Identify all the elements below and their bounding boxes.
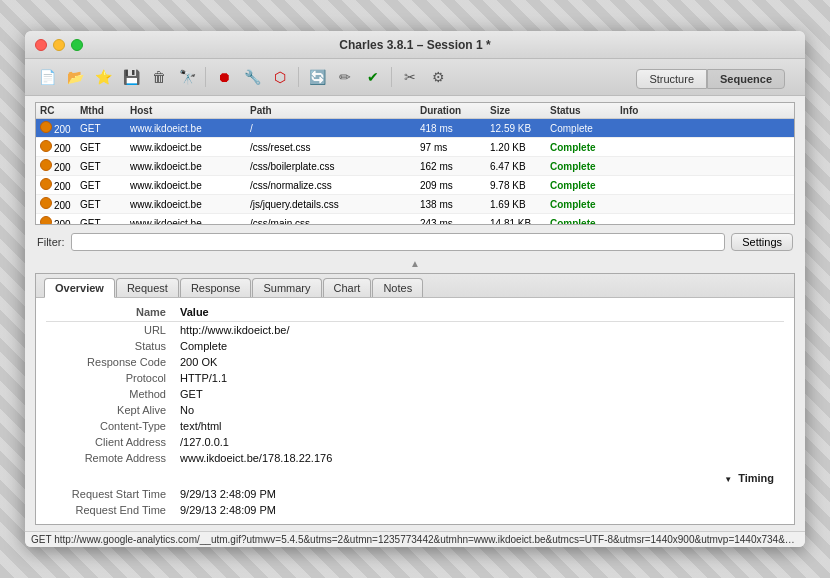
field-value: 200 OK [176, 354, 784, 370]
settings-icon[interactable]: ⚙ [426, 65, 450, 89]
scissors-icon[interactable]: ✂ [398, 65, 422, 89]
cell-status: Complete [550, 123, 620, 134]
cell-duration: 138 ms [420, 199, 490, 210]
new-icon[interactable]: 📄 [35, 65, 59, 89]
open-icon[interactable]: 📂 [63, 65, 87, 89]
col-duration: Duration [420, 105, 490, 116]
star-icon[interactable]: ⭐ [91, 65, 115, 89]
timing-header: ▼ Timing [46, 466, 784, 486]
cell-host: www.ikdoeict.be [130, 218, 250, 225]
cell-rc: 200 [40, 140, 80, 154]
table-header: RC Mthd Host Path Duration Size Status I… [36, 103, 794, 119]
overview-col-header: Name Value [46, 304, 784, 322]
overview-row: Protocol HTTP/1.1 [46, 370, 784, 386]
cell-status: Complete [550, 199, 620, 210]
cell-host: www.ikdoeict.be [130, 123, 250, 134]
tab-response[interactable]: Response [180, 278, 252, 297]
tab-chart[interactable]: Chart [323, 278, 372, 297]
timing-row: Request End Time 9/29/13 2:48:09 PM [46, 502, 784, 518]
cell-status: Complete [550, 218, 620, 225]
cell-duration: 243 ms [420, 218, 490, 225]
main-window: Charles 3.8.1 – Session 1 * 📄 📂 ⭐ 💾 🗑 🔭 … [25, 31, 805, 547]
table-row[interactable]: 200 GET www.ikdoeict.be / 418 ms 12.59 K… [36, 119, 794, 138]
timing-field-value: 9/29/13 2:48:09 PM [176, 502, 784, 518]
table-row[interactable]: 200 GET www.ikdoeict.be /css/normalize.c… [36, 176, 794, 195]
fullscreen-button[interactable] [71, 39, 83, 51]
cell-rc: 200 [40, 159, 80, 173]
cell-host: www.ikdoeict.be [130, 180, 250, 191]
edit-icon[interactable]: ✏ [333, 65, 357, 89]
detail-tabs: Overview Request Response Summary Chart … [36, 274, 794, 298]
cell-rc: 200 [40, 178, 80, 192]
tab-notes[interactable]: Notes [372, 278, 423, 297]
col-status: Status [550, 105, 620, 116]
cell-duration: 162 ms [420, 161, 490, 172]
filter-input[interactable] [71, 233, 726, 251]
tab-request[interactable]: Request [116, 278, 179, 297]
save-icon[interactable]: 💾 [119, 65, 143, 89]
cell-path: / [250, 123, 420, 134]
view-tabs: Structure Sequence [626, 65, 795, 89]
cell-method: GET [80, 180, 130, 191]
close-button[interactable] [35, 39, 47, 51]
settings-button[interactable]: Settings [731, 233, 793, 251]
tab-structure[interactable]: Structure [636, 69, 707, 89]
record-icon[interactable]: ⏺ [212, 65, 236, 89]
tab-overview[interactable]: Overview [44, 278, 115, 298]
cell-path: /css/boilerplate.css [250, 161, 420, 172]
timing-field-value: 9/29/13 2:48:09 PM [176, 486, 784, 502]
table-row[interactable]: 200 GET www.ikdoeict.be /css/main.css 24… [36, 214, 794, 224]
toolbar: 📄 📂 ⭐ 💾 🗑 🔭 ⏺ 🔧 ⬡ 🔄 ✏ ✔ ✂ ⚙ Structure Se… [25, 59, 805, 96]
cell-size: 6.47 KB [490, 161, 550, 172]
request-table-body: 200 GET www.ikdoeict.be / 418 ms 12.59 K… [36, 119, 794, 224]
overview-row: Content-Type text/html [46, 418, 784, 434]
filter-label: Filter: [37, 236, 65, 248]
cell-status: Complete [550, 161, 620, 172]
overview-row: Client Address /127.0.0.1 [46, 434, 784, 450]
titlebar: Charles 3.8.1 – Session 1 * [25, 31, 805, 59]
check-icon[interactable]: ✔ [361, 65, 385, 89]
table-row[interactable]: 200 GET www.ikdoeict.be /css/reset.css 9… [36, 138, 794, 157]
cell-method: GET [80, 123, 130, 134]
timing-row: Request Start Time 9/29/13 2:48:09 PM [46, 486, 784, 502]
refresh-icon[interactable]: 🔄 [305, 65, 329, 89]
field-name: Method [46, 386, 176, 402]
collapse-icon: ▼ [724, 475, 732, 484]
col-method: Mthd [80, 105, 130, 116]
delete-icon[interactable]: 🗑 [147, 65, 171, 89]
field-name: Kept Alive [46, 402, 176, 418]
cell-size: 1.20 KB [490, 142, 550, 153]
tab-summary[interactable]: Summary [252, 278, 321, 297]
col-rc: RC [40, 105, 80, 116]
cell-path: /css/reset.css [250, 142, 420, 153]
col-size: Size [490, 105, 550, 116]
cell-size: 12.59 KB [490, 123, 550, 134]
overview-table: Name Value URL http://www.ikdoeict.be/ S… [46, 304, 784, 518]
cell-status: Complete [550, 180, 620, 191]
table-row[interactable]: 200 GET www.ikdoeict.be /css/boilerplate… [36, 157, 794, 176]
cell-size: 1.69 KB [490, 199, 550, 210]
timing-label: ▼ Timing [46, 466, 784, 486]
overview-row: Status Complete [46, 338, 784, 354]
traffic-lights [35, 39, 83, 51]
overview-row: Remote Address www.ikdoeict.be/178.18.22… [46, 450, 784, 466]
field-name: Remote Address [46, 450, 176, 466]
toolbar-separator-3 [391, 67, 392, 87]
status-bar: GET http://www.google-analytics.com/__ut… [25, 531, 805, 547]
cell-path: /css/normalize.css [250, 180, 420, 191]
detail-panel: Overview Request Response Summary Chart … [35, 273, 795, 525]
timing-section-label: Timing [738, 472, 774, 484]
tools-icon[interactable]: 🔧 [240, 65, 264, 89]
field-value: /127.0.0.1 [176, 434, 784, 450]
field-name: Protocol [46, 370, 176, 386]
minimize-button[interactable] [53, 39, 65, 51]
stop-icon[interactable]: ⬡ [268, 65, 292, 89]
toolbar-separator-2 [298, 67, 299, 87]
table-row[interactable]: 200 GET www.ikdoeict.be /js/jquery.detai… [36, 195, 794, 214]
search-icon[interactable]: 🔭 [175, 65, 199, 89]
timing-field-name: Request End Time [46, 502, 176, 518]
col-info: Info [620, 105, 790, 116]
tab-sequence[interactable]: Sequence [707, 69, 785, 89]
col-host: Host [130, 105, 250, 116]
field-value: www.ikdoeict.be/178.18.22.176 [176, 450, 784, 466]
